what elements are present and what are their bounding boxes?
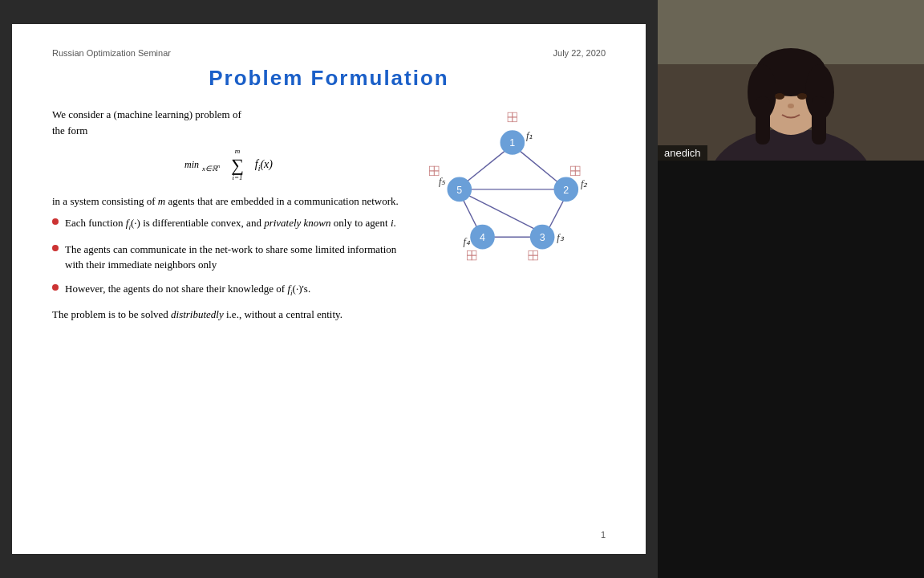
slide-content: We consider a (machine learning) problem… [52, 107, 606, 328]
dark-panel [658, 161, 924, 578]
svg-rect-2 [508, 117, 513, 122]
video-panel: anedich [658, 0, 924, 578]
svg-rect-5 [575, 166, 580, 171]
bullet-list: Each function fi(·) is differentiable co… [52, 215, 405, 298]
svg-rect-12 [467, 250, 472, 255]
node-2-label: 2 [563, 185, 569, 196]
seminar-name: Russian Optimization Seminar [52, 48, 171, 58]
svg-rect-30 [812, 96, 826, 144]
svg-rect-1 [513, 112, 517, 117]
node-1-label: 1 [509, 137, 515, 149]
svg-point-31 [775, 93, 784, 100]
svg-rect-19 [533, 255, 538, 260]
svg-rect-16 [529, 250, 533, 255]
node-5-label: 5 [456, 185, 462, 196]
svg-rect-8 [430, 166, 435, 171]
svg-rect-17 [533, 250, 538, 255]
bullet-item-1: Each function fi(·) is differentiable co… [52, 215, 405, 233]
svg-rect-3 [513, 117, 517, 122]
bullet-dot-3 [52, 284, 59, 291]
svg-rect-13 [472, 250, 476, 255]
video-username: anedich [658, 145, 707, 161]
bullet-dot-1 [52, 218, 59, 225]
conclusion-paragraph: The problem is to be solved distributedl… [52, 307, 405, 323]
slide-title: Problem Formulation [52, 66, 606, 91]
bullet-dot-2 [52, 245, 59, 251]
video-feed: anedich [658, 0, 924, 161]
edge-4-5 [462, 197, 479, 230]
svg-rect-29 [756, 96, 770, 144]
node-4-label: 4 [480, 232, 485, 243]
slide-text-column: We consider a (machine learning) problem… [52, 107, 405, 328]
f2-label: f₂ [581, 178, 588, 189]
svg-rect-18 [529, 255, 533, 260]
svg-rect-11 [434, 171, 439, 176]
svg-rect-14 [467, 255, 472, 260]
f3-label: f₃ [557, 232, 564, 243]
video-person-svg [658, 0, 924, 161]
network-svg: 1 2 3 4 5 f₁ f₂ f₃ [413, 99, 606, 275]
svg-rect-4 [571, 166, 576, 171]
svg-rect-10 [430, 171, 435, 176]
svg-rect-0 [508, 112, 513, 117]
grid-right-top [571, 166, 580, 175]
svg-rect-7 [575, 171, 580, 176]
bullet-item-2: The agents can communicate in the net-wo… [52, 242, 405, 273]
f1-label: f₁ [526, 130, 533, 141]
bullet-item-3: However, the agents do not share their k… [52, 281, 405, 299]
svg-rect-6 [571, 171, 576, 176]
slide-area: Russian Optimization Seminar July 22, 20… [0, 0, 658, 578]
svg-point-32 [797, 93, 807, 100]
formula-block: min x∈ℝn m ∑ i=1 fi(x) [52, 146, 405, 184]
page-number: 1 [601, 530, 606, 539]
grid-bottom-left [467, 250, 476, 259]
f5-label: f₅ [439, 176, 446, 187]
system-paragraph: in a system consisting of m agents that … [52, 193, 405, 210]
grid-left [430, 166, 439, 175]
svg-point-33 [788, 104, 794, 108]
slide-header: Russian Optimization Seminar July 22, 20… [52, 48, 606, 58]
edge-1-2 [517, 149, 564, 187]
node-3-label: 3 [540, 232, 545, 243]
grid-bottom-right [529, 250, 537, 259]
edge-1-5 [465, 149, 509, 183]
grid-top [508, 112, 517, 121]
intro-paragraph: We consider a (machine learning) problem… [52, 107, 405, 138]
network-diagram: 1 2 3 4 5 f₁ f₂ f₃ [413, 99, 606, 328]
slide: Russian Optimization Seminar July 22, 20… [12, 24, 646, 554]
slide-date: July 22, 2020 [553, 48, 606, 58]
f4-label: f₄ [464, 236, 471, 247]
svg-rect-15 [472, 255, 476, 260]
svg-rect-9 [434, 166, 439, 171]
